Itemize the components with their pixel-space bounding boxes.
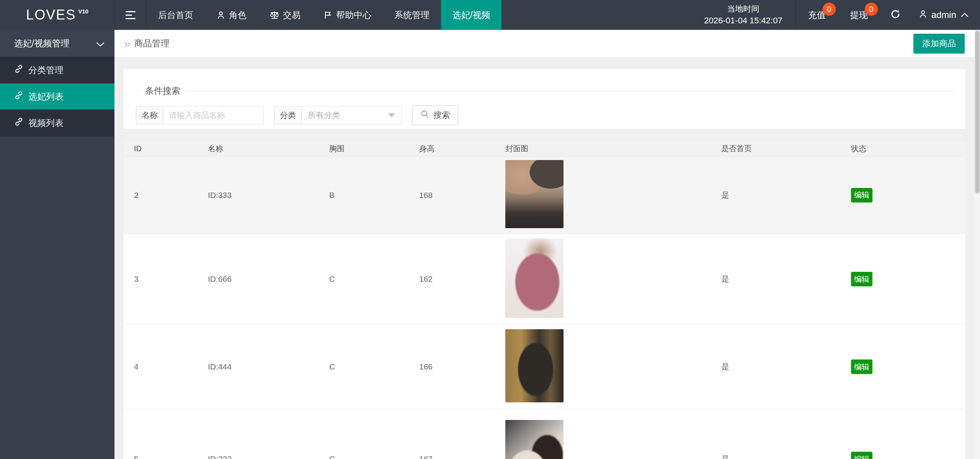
user-icon <box>918 9 928 21</box>
name-input-group: 名称 <box>136 106 263 124</box>
table-body: 2 ID:333 B 168 是 编辑 3 ID:666 C 162 是 编辑 … <box>124 157 965 459</box>
breadcrumb-arrows-icon: » <box>124 38 131 49</box>
menu-label: 交易 <box>283 9 301 21</box>
edit-button[interactable]: 编辑 <box>851 452 872 459</box>
name-label: 名称 <box>136 106 163 124</box>
menu-item-dashboard[interactable]: 后台首页 <box>147 0 205 30</box>
category-select[interactable]: 所有分类 <box>301 106 402 124</box>
search-panel: 条件搜索 名称 分类 所有分类 <box>124 69 965 129</box>
category-input-group: 分类 所有分类 <box>274 106 402 124</box>
cell-id: 3 <box>134 274 208 284</box>
products-table: ID 名称 胸围 身高 封面图 是否首页 状态 2 ID:333 B 168 是… <box>124 141 965 459</box>
flag-icon <box>323 10 333 20</box>
menu-item-help-center[interactable]: 帮助中心 <box>312 0 383 30</box>
hamburger-menu-icon[interactable] <box>115 0 146 30</box>
cell-name: ID:333 <box>208 191 329 200</box>
vertical-scrollbar[interactable] <box>975 30 980 459</box>
col-status: 状态 <box>851 144 965 154</box>
table-row: 4 ID:444 C 166 是 编辑 <box>124 325 965 409</box>
sidebar-group-label: 选妃/视频管理 <box>14 38 69 49</box>
cell-is-home: 是 <box>721 190 851 201</box>
time-label: 当地时间 <box>727 3 759 15</box>
cover-photo[interactable] <box>505 238 564 318</box>
top-menu: 后台首页 角色 交易 帮助中心 系统管理 <box>147 0 501 30</box>
logo-text: LOVES <box>26 7 76 23</box>
cell-name: ID:222 <box>208 454 329 459</box>
logo-version: V10 <box>78 8 88 15</box>
col-id: ID <box>134 144 208 153</box>
col-height: 身高 <box>419 144 505 154</box>
cell-is-home: 是 <box>721 361 851 372</box>
cell-name: ID:444 <box>208 362 329 371</box>
category-selected-value: 所有分类 <box>308 110 340 121</box>
table-row: 2 ID:333 B 168 是 编辑 <box>124 157 965 234</box>
cell-id: 2 <box>134 191 208 200</box>
menu-label: 系统管理 <box>394 9 430 21</box>
cell-id: 4 <box>134 362 208 371</box>
menu-item-system[interactable]: 系统管理 <box>383 0 441 30</box>
topbar: LOVES V10 后台首页 角色 交易 <box>0 0 980 30</box>
link-icon <box>14 64 23 76</box>
col-cover: 封面图 <box>505 144 721 154</box>
chevron-down-icon <box>95 40 105 50</box>
cover-photo[interactable] <box>505 160 564 228</box>
cell-is-home: 是 <box>721 274 851 284</box>
sidebar: 选妃/视频管理 分类管理 选妃列表 <box>0 30 114 459</box>
col-is-home: 是否首页 <box>721 144 851 154</box>
withdraw-button[interactable]: 提现 0 <box>838 0 880 30</box>
edit-button[interactable]: 编辑 <box>851 188 872 203</box>
add-product-button[interactable]: 添加商品 <box>913 34 965 54</box>
chevron-up-icon <box>960 10 969 20</box>
cell-bust: C <box>329 454 419 459</box>
cell-height: 168 <box>419 191 505 200</box>
person-icon <box>216 10 225 20</box>
cover-photo[interactable] <box>505 329 564 402</box>
breadcrumb: 商品管理 <box>134 38 170 49</box>
main-content: » 商品管理 添加商品 条件搜索 名称 分类 <box>114 30 980 459</box>
col-name: 名称 <box>208 144 329 154</box>
menu-item-transactions[interactable]: 交易 <box>258 0 312 30</box>
condition-search-fieldset: 条件搜索 名称 分类 所有分类 <box>135 85 954 125</box>
refresh-icon <box>890 9 901 21</box>
search-icon <box>420 109 430 121</box>
cell-id: 5 <box>134 454 208 459</box>
table-row: 5 ID:222 C 167 是 编辑 <box>124 409 965 459</box>
recharge-button[interactable]: 充值 0 <box>796 0 838 30</box>
cell-height: 162 <box>419 274 505 284</box>
time-value: 2026-01-04 15:42:07 <box>704 15 782 27</box>
dropdown-triangle-icon <box>388 113 395 118</box>
local-time: 当地时间 2026-01-04 15:42:07 <box>691 0 795 30</box>
scales-icon <box>270 10 279 20</box>
user-menu[interactable]: admin <box>911 0 980 30</box>
sidebar-group-media-management[interactable]: 选妃/视频管理 <box>0 30 114 57</box>
cell-bust: B <box>329 191 419 200</box>
logo: LOVES V10 <box>0 0 114 30</box>
menu-item-media-active[interactable]: 选妃/视频 <box>441 0 501 30</box>
withdraw-badge: 0 <box>865 3 878 16</box>
edit-button[interactable]: 编辑 <box>851 359 872 374</box>
search-legend: 条件搜索 <box>140 85 185 97</box>
sidebar-item-label: 选妃列表 <box>28 91 64 103</box>
table-header: ID 名称 胸围 身高 封面图 是否首页 状态 <box>124 141 965 157</box>
edit-button[interactable]: 编辑 <box>851 272 872 286</box>
sidebar-item-video-list[interactable]: 视频列表 <box>0 110 114 136</box>
cover-photo[interactable] <box>505 420 564 459</box>
link-icon <box>14 91 23 102</box>
sidebar-item-category-management[interactable]: 分类管理 <box>0 57 114 83</box>
admin-app: LOVES V10 后台首页 角色 交易 <box>0 0 980 459</box>
menu-label: 选妃/视频 <box>452 9 490 21</box>
menu-label: 帮助中心 <box>336 9 371 21</box>
table-row: 3 ID:666 C 162 是 编辑 <box>124 234 965 325</box>
menu-label: 角色 <box>229 9 247 21</box>
col-bust: 胸围 <box>329 144 419 154</box>
sidebar-item-girl-list[interactable]: 选妃列表 <box>0 83 114 110</box>
breadcrumb-bar: » 商品管理 添加商品 <box>114 30 980 57</box>
link-icon <box>14 117 23 129</box>
cell-name: ID:666 <box>208 274 329 284</box>
refresh-button[interactable] <box>880 0 911 30</box>
menu-item-roles[interactable]: 角色 <box>205 0 258 30</box>
scrollbar-thumb[interactable] <box>975 31 980 193</box>
search-button[interactable]: 搜索 <box>412 105 458 125</box>
product-name-input[interactable] <box>163 106 263 124</box>
recharge-badge: 0 <box>823 3 836 16</box>
